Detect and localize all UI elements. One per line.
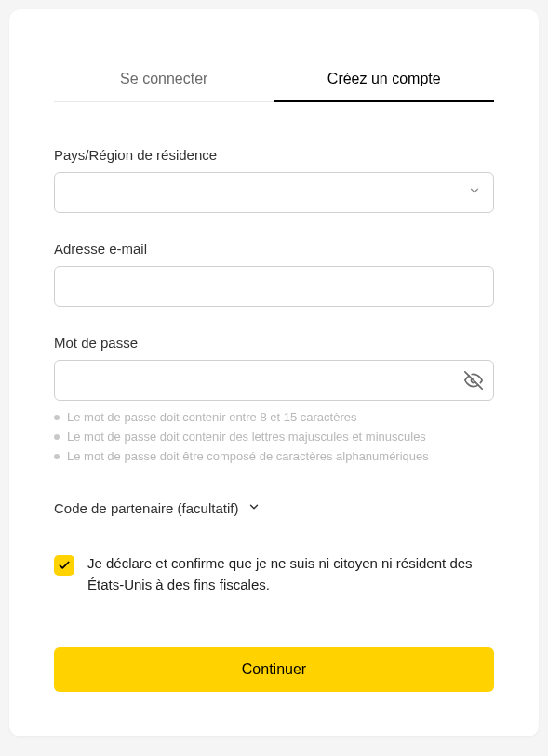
hint-dot-icon <box>54 454 60 459</box>
email-label: Adresse e-mail <box>54 241 494 257</box>
tab-signup[interactable]: Créez un compte <box>274 58 495 102</box>
declaration-text: Je déclare et confirme que je ne suis ni… <box>87 553 494 595</box>
password-wrapper <box>54 360 494 401</box>
continue-button[interactable]: Continuer <box>54 647 494 692</box>
partner-code-toggle[interactable]: Code de partenaire (facultatif) <box>54 500 494 516</box>
password-hints: Le mot de passe doit contenir entre 8 et… <box>54 410 494 463</box>
country-select[interactable] <box>54 172 494 213</box>
chevron-down-icon <box>247 500 261 516</box>
tab-login[interactable]: Se connecter <box>54 58 274 102</box>
password-hint: Le mot de passe doit contenir des lettre… <box>54 430 494 444</box>
password-label: Mot de passe <box>54 335 494 351</box>
auth-tabs: Se connecter Créez un compte <box>54 58 494 102</box>
country-label: Pays/Région de résidence <box>54 147 494 163</box>
signup-card: Se connecter Créez un compte Pays/Région… <box>9 9 539 736</box>
password-field[interactable] <box>54 360 494 401</box>
email-field-group: Adresse e-mail <box>54 241 494 307</box>
email-field[interactable] <box>54 266 494 307</box>
partner-code-label: Code de partenaire (facultatif) <box>54 500 238 516</box>
hint-text: Le mot de passe doit contenir des lettre… <box>67 430 426 444</box>
hint-dot-icon <box>54 434 60 440</box>
country-field-group: Pays/Région de résidence <box>54 147 494 213</box>
password-hint: Le mot de passe doit contenir entre 8 et… <box>54 410 494 424</box>
password-field-group: Mot de passe Le mot de passe doit conten… <box>54 335 494 463</box>
password-hint: Le mot de passe doit être composé de car… <box>54 449 494 463</box>
eye-off-icon[interactable] <box>464 371 483 390</box>
hint-text: Le mot de passe doit contenir entre 8 et… <box>67 410 356 424</box>
hint-dot-icon <box>54 415 60 420</box>
country-select-wrapper <box>54 172 494 213</box>
declaration-row: Je déclare et confirme que je ne suis ni… <box>54 553 494 595</box>
check-icon <box>58 559 71 572</box>
declaration-checkbox[interactable] <box>54 555 74 576</box>
hint-text: Le mot de passe doit être composé de car… <box>67 449 429 463</box>
